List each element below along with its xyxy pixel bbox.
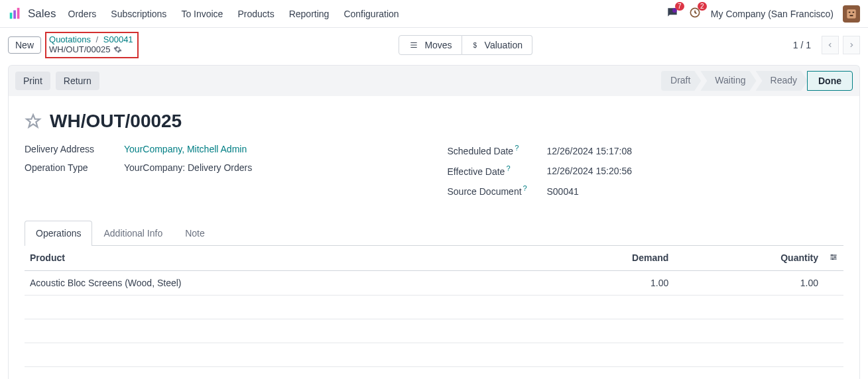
scheduled-date-label: Scheduled Date?	[448, 144, 547, 156]
delivery-address-label: Delivery Address	[25, 144, 124, 154]
table-row-empty	[25, 295, 843, 319]
nav-to-invoice[interactable]: To Invoice	[181, 9, 223, 19]
status-waiting[interactable]: Waiting	[700, 71, 756, 91]
source-document-value: S00041	[547, 186, 579, 197]
svg-rect-6	[849, 11, 851, 13]
svg-text:$: $	[473, 42, 477, 49]
messaging-button[interactable]: 7	[666, 6, 679, 21]
status-draft[interactable]: Draft	[661, 71, 701, 91]
svg-rect-5	[847, 9, 855, 18]
svg-rect-0	[10, 13, 13, 19]
scheduled-date-value: 12/26/2024 15:17:08	[547, 146, 632, 156]
valuation-label: Valuation	[485, 40, 523, 50]
nav-orders[interactable]: Orders	[68, 9, 97, 19]
sliders-icon	[829, 252, 838, 262]
record-title: WH/OUT/00025	[50, 111, 182, 132]
status-bar: Draft Waiting Ready Done	[662, 71, 853, 91]
svg-rect-2	[17, 7, 20, 19]
tab-operations[interactable]: Operations	[25, 221, 92, 246]
action-bar: Print Return Draft Waiting Ready Done	[8, 65, 860, 96]
moves-label: Moves	[424, 40, 452, 50]
valuation-button[interactable]: $ Valuation	[462, 35, 532, 55]
status-ready[interactable]: Ready	[756, 71, 808, 91]
user-avatar[interactable]	[843, 5, 860, 23]
svg-rect-1	[13, 10, 16, 19]
new-button[interactable]: New	[8, 36, 41, 54]
fields-right: Scheduled Date? 12/26/2024 15:17:08 Effe…	[448, 144, 844, 205]
col-settings[interactable]	[824, 246, 843, 271]
nav-subscriptions[interactable]: Subscriptions	[111, 9, 166, 19]
delivery-address-value[interactable]: YourCompany, Mitchell Admin	[124, 144, 247, 154]
effective-date-label: Effective Date?	[448, 164, 547, 177]
breadcrumb-order[interactable]: S00041	[103, 34, 133, 44]
svg-point-10	[832, 254, 833, 256]
activity-badge: 2	[698, 2, 707, 11]
table-row-empty	[25, 319, 843, 343]
col-demand[interactable]: Demand	[527, 246, 674, 271]
breadcrumb-highlight: Quotations / S00041 WH/OUT/00025	[45, 32, 139, 58]
avatar-icon	[845, 7, 858, 21]
nav-products[interactable]: Products	[237, 9, 274, 19]
control-panel: New Quotations / S00041 WH/OUT/00025 Mov…	[0, 28, 868, 65]
operation-type-value: YourCompany: Delivery Orders	[124, 162, 252, 173]
return-button[interactable]: Return	[56, 72, 99, 90]
breadcrumb-doc: WH/OUT/00025	[49, 44, 110, 54]
print-button[interactable]: Print	[15, 72, 50, 90]
chevron-right-icon	[848, 41, 855, 49]
nav-configuration[interactable]: Configuration	[343, 9, 399, 19]
col-quantity[interactable]: Quantity	[674, 246, 824, 271]
effective-date-value: 12/26/2024 15:20:56	[547, 166, 632, 176]
operations-table: Product Demand Quantity Acoustic Bloc Sc…	[25, 246, 843, 367]
svg-point-11	[834, 256, 836, 258]
tabs: Operations Additional Info Note	[25, 221, 843, 246]
cell-demand: 1.00	[527, 270, 674, 295]
svg-rect-7	[853, 11, 855, 13]
fields-left: Delivery Address YourCompany, Mitchell A…	[25, 144, 421, 205]
topbar: Sales Orders Subscriptions To Invoice Pr…	[0, 0, 868, 28]
svg-rect-8	[850, 15, 853, 16]
table-row[interactable]: Acoustic Bloc Screens (Wood, Steel) 1.00…	[25, 270, 843, 295]
breadcrumb-quotations[interactable]: Quotations	[49, 34, 91, 44]
help-icon[interactable]: ?	[506, 164, 510, 172]
pager-next-button[interactable]	[843, 36, 860, 54]
moves-button[interactable]: Moves	[399, 35, 462, 55]
app-name[interactable]: Sales	[28, 7, 56, 21]
help-icon[interactable]: ?	[523, 184, 527, 192]
breadcrumb-separator: /	[96, 34, 99, 44]
nav-reporting[interactable]: Reporting	[289, 9, 330, 19]
list-icon	[408, 40, 419, 50]
dollar-icon: $	[471, 40, 479, 50]
gear-icon[interactable]	[113, 45, 122, 54]
tab-note[interactable]: Note	[174, 221, 216, 245]
chat-badge: 7	[675, 2, 684, 11]
breadcrumb-current: WH/OUT/00025	[49, 44, 133, 54]
breadcrumb: Quotations / S00041	[49, 34, 133, 44]
pager-prev-button[interactable]	[822, 36, 839, 54]
chevron-left-icon	[827, 41, 834, 49]
status-done[interactable]: Done	[807, 71, 853, 91]
pager-text[interactable]: 1 / 1	[793, 40, 811, 50]
cell-quantity: 1.00	[674, 270, 824, 295]
cell-product: Acoustic Bloc Screens (Wood, Steel)	[25, 270, 527, 295]
star-icon[interactable]	[25, 113, 42, 130]
activities-button[interactable]: 2	[688, 6, 702, 21]
table-row-empty	[25, 343, 843, 366]
app-logo-icon	[8, 7, 23, 21]
tab-additional-info[interactable]: Additional Info	[92, 221, 174, 245]
company-selector[interactable]: My Company (San Francisco)	[711, 9, 834, 19]
col-product[interactable]: Product	[25, 246, 527, 271]
source-document-label: Source Document?	[448, 184, 547, 197]
form-view: WH/OUT/00025 Delivery Address YourCompan…	[8, 96, 860, 379]
svg-point-12	[832, 258, 834, 260]
help-icon[interactable]: ?	[515, 144, 519, 152]
operation-type-label: Operation Type	[25, 162, 124, 173]
